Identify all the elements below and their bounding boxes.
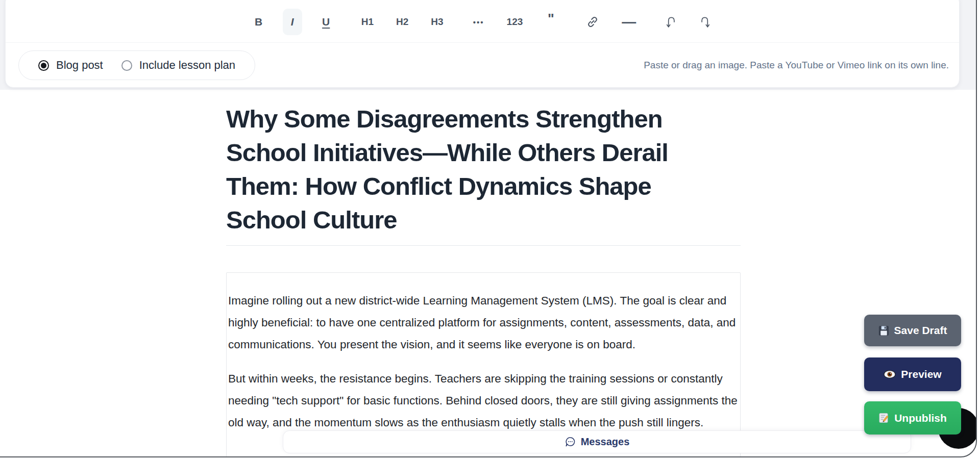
post-title-line: School Culture: [226, 203, 744, 237]
media-paste-hint: Paste or drag an image. Paste a YouTube …: [644, 60, 949, 71]
underline-button[interactable]: U: [316, 9, 336, 35]
save-draft-label: Save Draft: [894, 324, 947, 337]
blog-post-label: Blog post: [56, 59, 103, 72]
undo-button[interactable]: [660, 9, 681, 35]
heading3-button[interactable]: H3: [427, 9, 447, 35]
unpublish-label: Unpublish: [894, 412, 947, 424]
radio-selected-icon: [38, 60, 49, 71]
memo-pencil-icon: [878, 413, 889, 423]
save-draft-button[interactable]: Save Draft: [864, 315, 961, 346]
bullet-list-glyph: •••: [473, 18, 484, 27]
italic-button[interactable]: I: [283, 9, 302, 35]
floppy-disk-icon: [878, 325, 889, 336]
post-title-line: Them: How Conflict Dynamics Shape: [226, 169, 744, 203]
messages-label: Messages: [581, 436, 630, 448]
redo-icon: [699, 15, 712, 29]
editor-toolbar-card: B I U H1 H2 H3 ••• 123 " —: [5, 0, 960, 88]
preview-label: Preview: [901, 368, 941, 380]
post-title-line: School Initiatives—While Others Derail: [226, 136, 744, 169]
post-title-line: Why Some Disagreements Strengthen: [226, 102, 744, 136]
formatting-toolbar: B I U H1 H2 H3 ••• 123 " —: [6, 0, 959, 43]
horizontal-rule-glyph: —: [622, 14, 635, 30]
redo-button[interactable]: [695, 9, 716, 35]
include-lesson-plan-label: Include lesson plan: [139, 59, 235, 72]
heading1-button[interactable]: H1: [357, 9, 378, 35]
quote-button[interactable]: ": [541, 9, 560, 35]
link-icon: [586, 15, 599, 29]
body-paragraph: But within weeks, the resistance begins.…: [228, 368, 738, 433]
unpublish-button[interactable]: Unpublish: [864, 401, 961, 435]
blog-post-radio[interactable]: Blog post: [38, 59, 103, 72]
quote-glyph: ": [548, 11, 554, 27]
bullet-list-button[interactable]: •••: [469, 9, 488, 35]
title-divider: [226, 245, 741, 246]
messages-bar[interactable]: Messages: [283, 430, 911, 453]
chat-bubble-icon: [565, 436, 576, 448]
preview-button[interactable]: Preview: [864, 357, 961, 391]
include-lesson-plan-radio[interactable]: Include lesson plan: [121, 59, 235, 72]
link-button[interactable]: [582, 9, 603, 35]
post-options-row: Blog post Include lesson plan Paste or d…: [6, 43, 959, 88]
post-type-selector: Blog post Include lesson plan: [18, 50, 255, 80]
bold-button[interactable]: B: [249, 9, 268, 35]
body-paragraph: Imagine rolling out a new district-wide …: [228, 290, 738, 355]
undo-icon: [665, 15, 677, 29]
post-title[interactable]: Why Some Disagreements Strengthen School…: [226, 102, 744, 237]
numbered-list-button[interactable]: 123: [503, 9, 527, 35]
underline-glyph: U: [322, 16, 330, 28]
radio-unselected-icon: [121, 60, 132, 71]
eye-icon: [884, 370, 896, 379]
horizontal-rule-button[interactable]: —: [618, 9, 639, 35]
heading2-button[interactable]: H2: [392, 9, 412, 35]
